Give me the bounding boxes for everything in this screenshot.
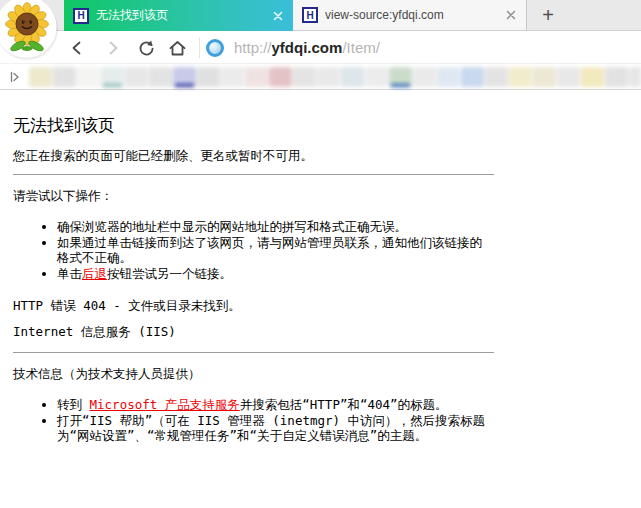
site-info-globe-icon[interactable] (206, 39, 224, 57)
bookmark-item[interactable] (221, 67, 244, 87)
address-bar-divider (199, 38, 200, 58)
home-button[interactable] (166, 37, 188, 59)
close-tab-icon[interactable] (272, 10, 284, 22)
iis-service-line: Internet 信息服务 (IIS) (13, 324, 494, 340)
bookmark-item[interactable] (29, 67, 52, 87)
forward-button[interactable] (102, 37, 124, 59)
list-item: 如果通过单击链接而到达了该网页，请与网站管理员联系，通知他们该链接的格式不正确。 (57, 235, 494, 265)
bookmark-item[interactable] (437, 67, 460, 87)
list-item: 单击后退按钮尝试另一个链接。 (57, 266, 494, 281)
tech-text: 转到 (57, 397, 90, 412)
suggestion-text: 单击 (57, 266, 82, 281)
url-scheme: http:// (234, 39, 272, 56)
tab-strip: H 无法找到该页 H view-source:yfdqi.com + (0, 0, 641, 31)
error-page-subtitle: 您正在搜索的页面可能已经删除、更名或暂时不可用。 (13, 148, 494, 163)
suggestion-text: 按钮尝试另一个链接。 (107, 266, 232, 281)
list-item: 打开“IIS 帮助”（可在 IIS 管理器 (inetmgr) 中访问），然后搜… (57, 413, 494, 443)
bookmark-item[interactable] (605, 67, 628, 87)
site-favicon-h: H (302, 7, 318, 23)
microsoft-support-link[interactable]: Microsoft 产品支持服务 (90, 397, 240, 412)
bookmark-item[interactable] (245, 67, 268, 87)
tab-error-page[interactable]: H 无法找到该页 (64, 0, 293, 31)
suggestion-text: 确保浏览器的地址栏中显示的网站地址的拼写和格式正确无误。 (57, 219, 407, 234)
close-tab-icon[interactable] (505, 9, 517, 21)
divider (13, 352, 494, 353)
bookmarks-strip (29, 67, 641, 88)
page-content: 无法找到该页 您正在搜索的页面可能已经删除、更名或暂时不可用。 请尝试以下操作：… (0, 90, 641, 460)
bookmark-item[interactable] (173, 67, 196, 87)
url-path: /Item/ (342, 39, 380, 56)
bookmark-item[interactable] (125, 67, 148, 87)
bookmarks-bar (0, 63, 641, 90)
try-actions-label: 请尝试以下操作： (13, 188, 494, 203)
bookmark-item[interactable] (509, 67, 532, 87)
bookmark-item[interactable] (341, 67, 364, 87)
tech-text: 打开“IIS 帮助”（可在 IIS 管理器 (inetmgr) 中访问），然后搜… (57, 413, 485, 443)
navigation-bar: http://yfdqi.com/Item/ (0, 31, 641, 63)
site-favicon-h: H (73, 8, 89, 24)
bookmark-item[interactable] (77, 67, 100, 87)
bookmark-item[interactable] (149, 67, 172, 87)
new-tab-button[interactable]: + (534, 2, 562, 29)
address-bar[interactable]: http://yfdqi.com/Item/ (234, 31, 380, 63)
sunflower-avatar[interactable] (0, 0, 63, 64)
http-error-line: HTTP 错误 404 - 文件或目录未找到。 (13, 298, 494, 314)
back-link[interactable]: 后退 (82, 266, 107, 281)
tab-title: view-source:yfdqi.com (325, 8, 498, 22)
bookmark-item[interactable] (485, 67, 508, 87)
tab-title: 无法找到该页 (96, 7, 265, 24)
list-item: 确保浏览器的地址栏中显示的网站地址的拼写和格式正确无误。 (57, 219, 494, 234)
expand-sidebar-icon[interactable] (7, 69, 23, 85)
bookmark-item[interactable] (293, 67, 316, 87)
divider (13, 174, 494, 175)
back-button[interactable] (66, 37, 88, 59)
bookmark-item[interactable] (101, 67, 124, 87)
bookmark-item[interactable] (269, 67, 292, 87)
bookmark-item[interactable] (317, 67, 340, 87)
bookmark-item[interactable] (629, 67, 641, 87)
reload-button[interactable] (135, 37, 157, 59)
tech-info-label: 技术信息（为技术支持人员提供） (13, 366, 494, 381)
bookmark-item[interactable] (53, 67, 76, 87)
browser-window: H 无法找到该页 H view-source:yfdqi.com + (0, 0, 641, 508)
tech-text: 并搜索包括“HTTP”和“404”的标题。 (240, 397, 448, 412)
suggestion-text: 如果通过单击链接而到达了该网页，请与网站管理员联系，通知他们该链接的格式不正确。 (57, 235, 482, 265)
bookmark-item[interactable] (461, 67, 484, 87)
list-item: 转到 Microsoft 产品支持服务并搜索包括“HTTP”和“404”的标题。 (57, 397, 494, 412)
bookmark-item[interactable] (557, 67, 580, 87)
url-domain: yfdqi.com (272, 39, 343, 56)
bookmark-item[interactable] (197, 67, 220, 87)
bookmark-item[interactable] (389, 67, 412, 87)
error-page-title: 无法找到该页 (13, 118, 494, 133)
bookmark-item[interactable] (581, 67, 604, 87)
bookmark-item[interactable] (365, 67, 388, 87)
tab-view-source[interactable]: H view-source:yfdqi.com (293, 0, 527, 31)
tech-info-list: 转到 Microsoft 产品支持服务并搜索包括“HTTP”和“404”的标题。… (13, 397, 494, 443)
bookmark-item[interactable] (413, 67, 436, 87)
suggestions-list: 确保浏览器的地址栏中显示的网站地址的拼写和格式正确无误。 如果通过单击链接而到达… (13, 219, 494, 281)
bookmark-item[interactable] (533, 67, 556, 87)
